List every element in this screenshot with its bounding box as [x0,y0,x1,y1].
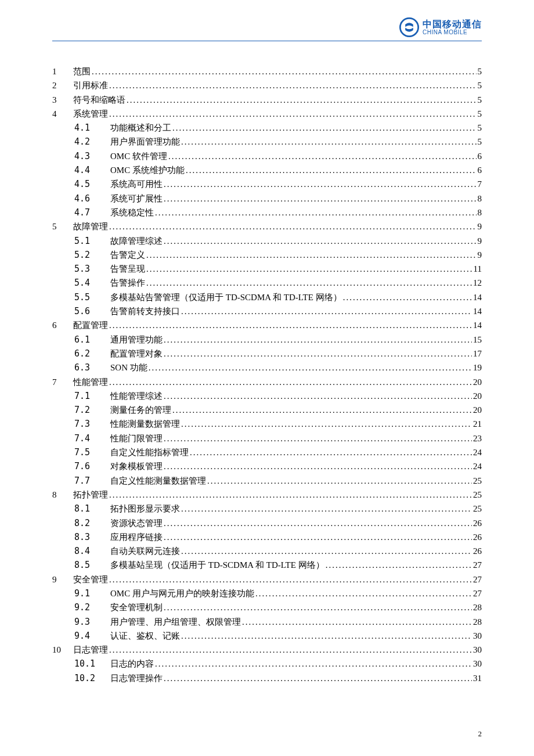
toc-number: 8.5 [74,558,110,572]
toc-page: 5 [478,78,482,92]
toc-leader [186,163,477,177]
toc-page: 24 [473,459,482,473]
toc-entry: 7.2测量任务的管理20 [52,403,482,417]
toc-title: 拓扑图形显示要求 [110,502,180,516]
toc-leader [181,417,472,431]
toc-number: 4.6 [74,192,110,206]
toc-title: 自定义性能测量数据管理 [110,474,206,488]
toc-leader [172,121,477,135]
toc-entry: 5.1故障管理综述9 [52,234,482,248]
toc-page: 30 [473,643,482,657]
toc-number: 9.2 [74,600,110,614]
toc-title: 系统管理 [73,107,108,121]
toc-page: 20 [473,389,482,403]
page-container: 中国移动通信 CHINA MOBILE 1范围52引用标准53符号和缩略语54系… [0,0,534,708]
toc-entry: 8.5多模基站呈现（仅适用于 TD-SCDMA 和 TD-LTE 网络）27 [52,558,482,572]
toc-number: 5.1 [74,234,110,248]
toc-title: 自定义性能指标管理 [110,445,189,459]
toc-title: 符号和缩略语 [73,93,125,107]
toc-title: 安全管理机制 [110,600,163,614]
toc-entry: 10.1日志的内容30 [52,657,482,671]
toc-number: 8.4 [74,544,110,558]
toc-page: 11 [474,262,482,276]
toc-entry: 8.2资源状态管理26 [52,516,482,530]
toc-leader [343,290,472,304]
toc-title: 多模基站呈现（仅适用于 TD-SCDMA 和 TD-LTE 网络） [110,558,324,572]
toc-number: 5.6 [74,304,110,318]
toc-page: 19 [473,361,482,375]
toc-leader [109,78,477,92]
toc-number: 7.7 [74,474,110,488]
toc-page: 6 [478,163,482,177]
toc-number: 7.5 [74,445,110,459]
toc-page: 23 [473,431,482,445]
toc-leader [190,445,472,459]
toc-number: 6.1 [74,333,110,347]
toc-entry: 7性能管理20 [52,375,482,389]
toc-leader [164,347,472,361]
toc-title: 范围 [73,64,91,78]
toc-number: 6 [52,318,73,332]
toc-title: SON 功能 [110,361,147,375]
toc-leader [164,530,472,544]
toc-number: 3 [52,93,73,107]
toc-leader [146,262,472,276]
toc-entry: 7.5自定义性能指标管理24 [52,445,482,459]
toc-title: 配置管理 [73,318,108,332]
toc-page: 14 [473,318,482,332]
toc-page: 15 [473,333,482,347]
toc-title: 系统稳定性 [110,206,154,219]
toc-number: 4.1 [74,121,110,135]
toc-entry: 9.2安全管理机制28 [52,600,482,614]
toc-page: 31 [473,671,482,685]
toc-entry: 8.4自动关联网元连接26 [52,544,482,558]
toc-title: 系统高可用性 [110,177,163,191]
toc-title: 安全管理 [73,573,108,586]
toc-page: 12 [473,276,482,290]
toc-number: 9.3 [74,615,110,629]
toc-leader [181,544,472,558]
toc-number: 5 [52,219,73,233]
toc-number: 5.4 [74,276,110,290]
toc-leader [92,64,477,78]
toc-page: 5 [478,121,482,135]
toc-number: 5.3 [74,262,110,276]
toc-leader [155,657,472,671]
toc-title: 对象模板管理 [110,459,163,473]
toc-leader [109,488,472,502]
toc-title: 性能测量数据管理 [110,417,180,431]
toc-entry: 2引用标准5 [52,78,482,92]
toc-entry: 6.1通用管理功能15 [52,333,482,347]
toc-title: 故障管理综述 [110,234,163,248]
toc-entry: 1范围5 [52,64,482,78]
toc-leader [181,629,472,643]
toc-entry: 5故障管理9 [52,219,482,233]
toc-page: 14 [473,304,482,318]
toc-number: 10 [52,643,73,657]
toc-number: 5.5 [74,290,110,304]
toc-page: 5 [478,135,482,149]
toc-page: 25 [473,502,482,516]
toc-number: 8.2 [74,516,110,530]
toc-number: 7.4 [74,431,110,445]
page-number: 2 [478,729,482,739]
toc-number: 6.2 [74,347,110,361]
brand-cn: 中国移动通信 [423,19,482,30]
toc-title: 用户管理、用户组管理、权限管理 [110,615,241,629]
toc-leader [155,206,477,219]
toc-leader [326,558,472,572]
toc-entry: 5.5多模基站告警管理（仅适用于 TD-SCDMA 和 TD-LTE 网络）14 [52,290,482,304]
toc-number: 4.7 [74,206,110,219]
toc-entry: 9安全管理27 [52,573,482,586]
toc-leader [146,276,472,290]
toc-entry: 4.3OMC 软件管理6 [52,149,482,163]
toc-number: 9.1 [74,586,110,600]
toc-number: 1 [52,64,73,78]
toc-leader [149,361,472,375]
brand-text: 中国移动通信 CHINA MOBILE [423,19,482,36]
toc-number: 7 [52,375,73,389]
toc-leader [242,615,472,629]
toc-title: 告警操作 [110,276,145,290]
toc-title: 系统可扩展性 [110,192,163,206]
toc-title: 测量任务的管理 [110,403,171,417]
